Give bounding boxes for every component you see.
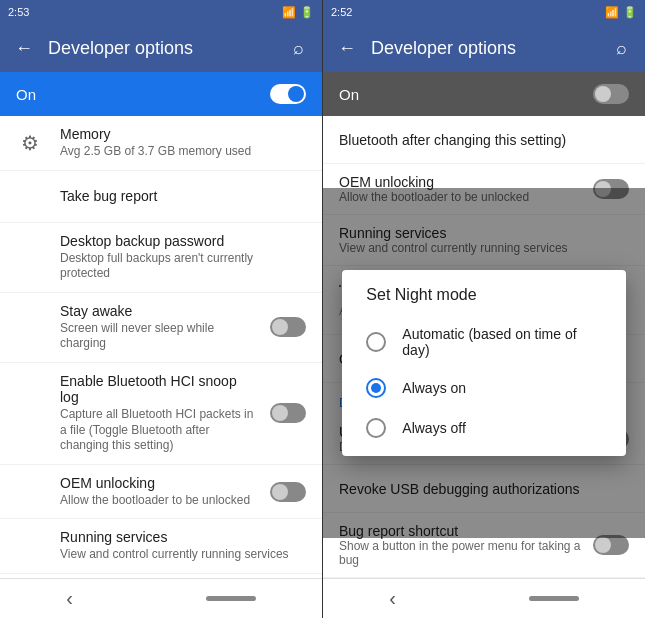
setting-title-bug: Take bug report <box>60 188 306 204</box>
radio-label-always-off: Always off <box>402 420 466 436</box>
setting-title-backup: Desktop backup password <box>60 233 306 249</box>
page-title-left: Developer options <box>48 38 274 59</box>
on-label-left: On <box>16 86 36 103</box>
setting-stay-awake[interactable]: Stay awake Screen will never sleep while… <box>0 293 322 363</box>
setting-sub-running: View and control currently running servi… <box>60 547 306 563</box>
status-bar-right: 2:52 📶 🔋 <box>323 0 645 24</box>
debug-sub-bug-shortcut: Show a button in the power menu for taki… <box>339 539 593 567</box>
radio-option-always-off[interactable]: Always off <box>342 408 625 448</box>
back-nav-left[interactable]: ‹ <box>66 587 73 610</box>
radio-circle-automatic <box>366 332 386 352</box>
setting-sub-bt-hci: Capture all Bluetooth HCI packets in a f… <box>60 407 254 454</box>
master-toggle-right[interactable] <box>593 84 629 104</box>
search-button-right[interactable]: ⌕ <box>605 32 637 64</box>
setting-title-oem: OEM unlocking <box>60 475 254 491</box>
page-title-right: Developer options <box>371 38 597 59</box>
home-pill-left[interactable] <box>206 596 256 601</box>
radio-option-always-on[interactable]: Always on <box>342 368 625 408</box>
setting-title-memory: Memory <box>60 126 306 142</box>
back-button-left[interactable]: ← <box>8 32 40 64</box>
memory-icon: ⚙ <box>16 131 44 155</box>
night-mode-dialog: Set Night mode Automatic (based on time … <box>342 270 625 456</box>
toggle-stay-awake[interactable] <box>270 317 306 337</box>
behind-row-bt: Bluetooth after changing this setting) <box>323 116 645 164</box>
setting-title-bt-hci: Enable Bluetooth HCI snoop log <box>60 373 254 405</box>
search-button-left[interactable]: ⌕ <box>282 32 314 64</box>
toggle-oem[interactable] <box>270 482 306 502</box>
home-pill-right[interactable] <box>529 596 579 601</box>
back-nav-right[interactable]: ‹ <box>389 587 396 610</box>
setting-oem-unlock[interactable]: OEM unlocking Allow the bootloader to be… <box>0 465 322 520</box>
behind-text-bt: Bluetooth after changing this setting) <box>339 132 566 148</box>
nav-bar-left: ‹ <box>0 578 322 618</box>
radio-option-automatic[interactable]: Automatic (based on time of day) <box>342 316 625 368</box>
toggle-thumb <box>288 86 304 102</box>
on-label-right: On <box>339 86 359 103</box>
master-toggle-left[interactable] <box>270 84 306 104</box>
left-phone: 2:53 📶 🔋 ← Developer options ⌕ On ⚙ Memo… <box>0 0 322 618</box>
toggle-bt-hci[interactable] <box>270 403 306 423</box>
setting-sub-stay-awake: Screen will never sleep while charging <box>60 321 254 352</box>
setting-bt-hci[interactable]: Enable Bluetooth HCI snoop log Capture a… <box>0 363 322 465</box>
setting-bug-report[interactable]: Take bug report <box>0 171 322 223</box>
time-right: 2:52 <box>331 6 352 18</box>
status-bar-left: 2:53 📶 🔋 <box>0 0 322 24</box>
setting-backup-password[interactable]: Desktop backup password Desktop full bac… <box>0 223 322 293</box>
time-left: 2:53 <box>8 6 29 18</box>
settings-list-left: ⚙ Memory Avg 2.5 GB of 3.7 GB memory use… <box>0 116 322 578</box>
back-button-right[interactable]: ← <box>331 32 363 64</box>
setting-sub-backup: Desktop full backups aren't currently pr… <box>60 251 306 282</box>
status-icons-right: 📶 🔋 <box>605 6 637 19</box>
setting-running-services[interactable]: Running services View and control curren… <box>0 519 322 574</box>
radio-circle-always-on <box>366 378 386 398</box>
radio-label-automatic: Automatic (based on time of day) <box>402 326 601 358</box>
setting-sub-memory: Avg 2.5 GB of 3.7 GB memory used <box>60 144 306 160</box>
radio-circle-always-off <box>366 418 386 438</box>
on-bar-right: On <box>323 72 645 116</box>
setting-title-stay-awake: Stay awake <box>60 303 254 319</box>
nav-bar-right: ‹ <box>323 578 645 618</box>
status-icons-left: 📶 🔋 <box>282 6 314 19</box>
app-bar-left: ← Developer options ⌕ <box>0 24 322 72</box>
on-bar-left: On <box>0 72 322 116</box>
setting-memory[interactable]: ⚙ Memory Avg 2.5 GB of 3.7 GB memory use… <box>0 116 322 171</box>
setting-title-running: Running services <box>60 529 306 545</box>
modal-title: Set Night mode <box>342 286 625 316</box>
setting-sub-oem: Allow the bootloader to be unlocked <box>60 493 254 509</box>
radio-label-always-on: Always on <box>402 380 466 396</box>
dim-overlay: Set Night mode Automatic (based on time … <box>323 188 645 538</box>
right-phone: 2:52 📶 🔋 ← Developer options ⌕ On Blueto… <box>322 0 645 618</box>
toggle-bug-shortcut[interactable] <box>593 535 629 555</box>
app-bar-right: ← Developer options ⌕ <box>323 24 645 72</box>
